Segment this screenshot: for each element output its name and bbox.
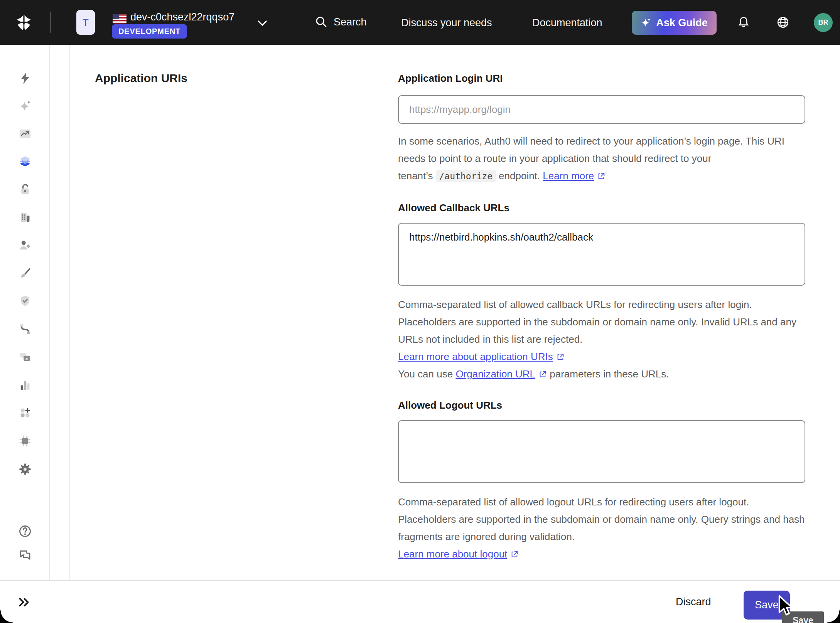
external-link-icon xyxy=(556,353,565,361)
logout-urls-description: Comma-separated list of allowed logout U… xyxy=(398,493,805,563)
user-settings-icon[interactable] xyxy=(18,238,32,252)
tenant-name[interactable]: dev-c0chsezl22rqqso7 xyxy=(130,11,234,23)
nav-documentation[interactable]: Documentation xyxy=(532,17,602,29)
auth0-dashboard: T dev-c0chsezl22rqqso7 DEVELOPMENT Searc… xyxy=(0,0,840,623)
sparkle-icon xyxy=(641,17,651,28)
login-uri-label: Application Login URI xyxy=(398,72,805,84)
chevron-down-icon[interactable] xyxy=(258,20,267,26)
globe-language-icon[interactable] xyxy=(776,15,790,29)
help-circle-icon[interactable] xyxy=(18,524,32,538)
layers-icon[interactable] xyxy=(18,155,32,168)
callback-urls-desc-text: Comma-separated list of allowed callback… xyxy=(398,296,805,348)
learn-more-link[interactable]: Learn more xyxy=(543,170,594,182)
action-bar xyxy=(0,580,840,623)
avatar-initials: BR xyxy=(818,19,828,27)
login-uri-description: In some scenarios, Auth0 will need to re… xyxy=(398,133,805,185)
notifications-bell-icon[interactable] xyxy=(737,15,751,29)
us-flag-icon xyxy=(113,14,127,24)
logout-urls-desc-text: Comma-separated list of allowed logout U… xyxy=(398,493,805,546)
tenant-avatar[interactable]: T xyxy=(76,10,95,35)
lock-open-icon[interactable] xyxy=(18,182,32,196)
user-avatar[interactable]: BR xyxy=(814,13,833,32)
callback-urls-label: Allowed Callback URLs xyxy=(398,202,805,214)
search-button[interactable]: Search xyxy=(315,15,367,29)
gear-icon[interactable] xyxy=(18,462,32,476)
content-divider xyxy=(69,45,70,580)
topbar: T dev-c0chsezl22rqqso7 DEVELOPMENT Searc… xyxy=(0,0,840,45)
learn-more-logout-link[interactable]: Learn more about logout xyxy=(398,548,507,560)
chip-icon[interactable] xyxy=(18,434,32,448)
learn-more-application-uris-link[interactable]: Learn more about application URIs xyxy=(398,351,553,362)
external-link-icon xyxy=(510,550,519,559)
flow-icon[interactable] xyxy=(18,322,32,336)
discard-button[interactable]: Discard xyxy=(676,596,711,608)
lightning-icon[interactable] xyxy=(18,71,32,85)
mouse-cursor xyxy=(778,595,794,616)
external-link-icon xyxy=(597,172,606,180)
grid-plus-icon[interactable] xyxy=(18,406,32,420)
search-label: Search xyxy=(334,16,367,28)
org-url-prefix: You can use xyxy=(398,368,455,380)
search-icon xyxy=(315,15,328,29)
shield-check-icon[interactable] xyxy=(18,294,32,308)
topbar-divider xyxy=(50,12,51,33)
authorize-code-chip: /authorize xyxy=(436,170,496,182)
org-url-suffix: parameters in these URLs. xyxy=(547,368,669,380)
callback-urls-textarea[interactable]: https://netbird.hopkins.sh/oauth2/callba… xyxy=(398,223,805,286)
tenant-initial: T xyxy=(83,17,89,29)
ask-guide-button[interactable]: Ask Guide xyxy=(632,11,717,35)
screen-corner xyxy=(827,610,840,623)
screen-corner xyxy=(0,610,13,623)
chat-bubbles-icon[interactable] xyxy=(18,548,32,562)
environment-badge: DEVELOPMENT xyxy=(112,24,187,39)
sidebar xyxy=(0,45,50,623)
linked-cards-icon[interactable] xyxy=(18,351,32,365)
login-uri-desc-text-2: endpoint. xyxy=(499,170,540,182)
building-icon[interactable] xyxy=(18,210,32,224)
paintbrush-icon[interactable] xyxy=(18,266,32,280)
organization-url-link[interactable]: Organization URL xyxy=(455,368,535,380)
logout-urls-label: Allowed Logout URLs xyxy=(398,399,805,411)
external-link-icon xyxy=(538,370,547,379)
nav-discuss-your-needs[interactable]: Discuss your needs xyxy=(401,17,492,29)
ask-guide-label: Ask Guide xyxy=(656,17,708,29)
section-title: Application URIs xyxy=(95,72,187,85)
bar-chart-icon[interactable] xyxy=(18,379,32,392)
trending-chart-icon[interactable] xyxy=(18,127,32,141)
logout-urls-textarea[interactable] xyxy=(398,420,805,483)
callback-urls-description: Comma-separated list of allowed callback… xyxy=(398,296,805,383)
collapse-double-arrow-icon[interactable] xyxy=(17,595,31,609)
auth0-logo-icon[interactable] xyxy=(15,13,33,32)
login-uri-input[interactable] xyxy=(398,95,805,124)
sparkle-icon[interactable] xyxy=(18,99,32,113)
